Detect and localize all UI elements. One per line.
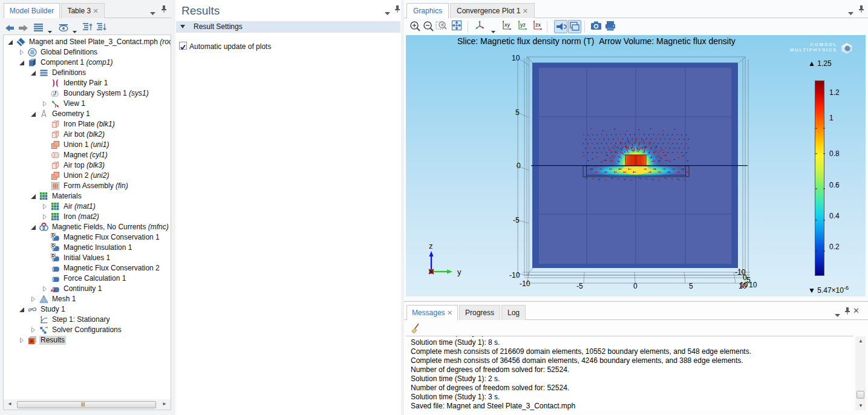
svg-text:D: D — [51, 244, 54, 248]
svg-text:D: D — [51, 234, 54, 238]
svg-text:yz: yz — [520, 22, 526, 28]
svg-text:z: z — [429, 241, 433, 250]
svg-text:y: y — [457, 267, 462, 276]
svg-text:xy: xy — [504, 22, 511, 28]
svg-text:D: D — [51, 254, 54, 258]
svg-text:zx: zx — [535, 22, 541, 28]
